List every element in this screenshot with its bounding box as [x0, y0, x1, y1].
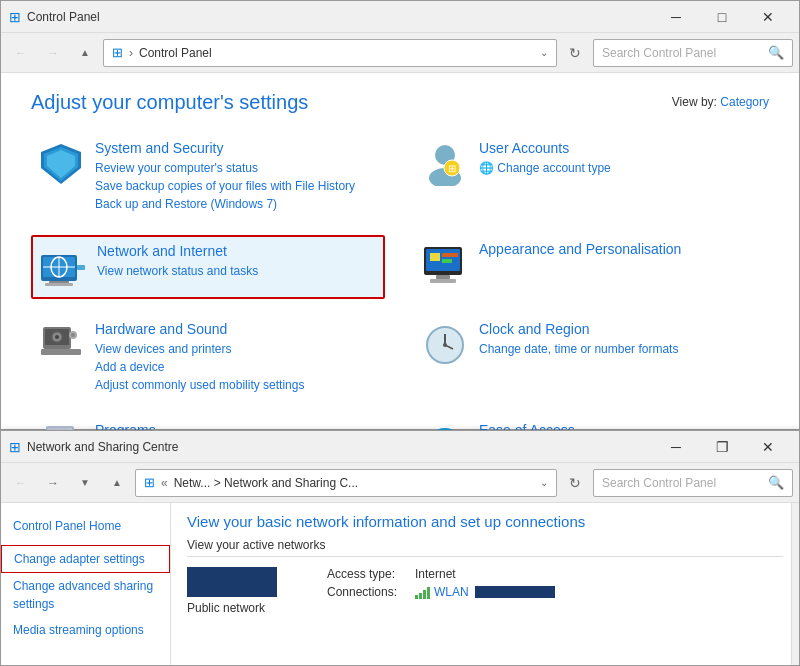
user-accounts-info: User Accounts 🌐 Change account type — [479, 140, 763, 177]
sidebar-media-streaming[interactable]: Media streaming options — [1, 617, 170, 643]
category-user-accounts[interactable]: ⊞ User Accounts 🌐 Change account type — [415, 134, 769, 219]
svg-point-32 — [443, 343, 447, 347]
svg-rect-13 — [45, 283, 73, 286]
network-internet-link1[interactable]: View network status and tasks — [97, 262, 377, 280]
forward-button[interactable]: → — [39, 39, 67, 67]
network-heading: View your basic network information and … — [187, 513, 783, 530]
signal-bar-1 — [415, 595, 418, 599]
network-sharing-window: ⊞ Network and Sharing Centre ─ ❐ ✕ ← → ▼… — [0, 430, 800, 666]
sidebar: Control Panel Home Change adapter settin… — [1, 503, 171, 665]
category-clock-region[interactable]: Clock and Region Change date, time or nu… — [415, 315, 769, 400]
network-internet-title[interactable]: Network and Internet — [97, 243, 377, 259]
clock-region-title[interactable]: Clock and Region — [479, 321, 763, 337]
signal-bar-4 — [427, 587, 430, 599]
network-window-icon: ⊞ — [9, 439, 21, 455]
window-controls: ─ □ ✕ — [653, 1, 791, 33]
sidebar-change-advanced[interactable]: Change advanced sharing settings — [1, 573, 170, 617]
svg-point-28 — [71, 333, 75, 337]
view-by-link[interactable]: Category — [720, 95, 769, 109]
system-security-info: System and Security Review your computer… — [95, 140, 379, 213]
network-search-box[interactable]: Search Control Panel 🔍 — [593, 469, 793, 497]
category-network-internet[interactable]: Network and Internet View network status… — [31, 235, 385, 299]
network-main-content: View your basic network information and … — [171, 503, 799, 665]
hardware-sound-link1[interactable]: View devices and printers — [95, 340, 379, 358]
search-icon: 🔍 — [768, 45, 784, 60]
system-security-link2[interactable]: Save backup copies of your files with Fi… — [95, 177, 379, 195]
network-refresh-button[interactable]: ↻ — [561, 469, 589, 497]
access-type-label: Access type: — [327, 567, 407, 581]
window-icon: ⊞ — [9, 9, 21, 25]
refresh-button[interactable]: ↻ — [561, 39, 589, 67]
search-box[interactable]: Search Control Panel 🔍 — [593, 39, 793, 67]
user-accounts-link1[interactable]: 🌐 Change account type — [479, 159, 763, 177]
system-security-icon — [37, 140, 85, 188]
network-address-text: Netw... > Network and Sharing C... — [174, 476, 534, 490]
system-security-link3[interactable]: Back up and Restore (Windows 7) — [95, 195, 379, 213]
network-close-button[interactable]: ✕ — [745, 431, 791, 463]
view-by: View by: Category — [672, 95, 769, 109]
network-internet-icon — [39, 243, 87, 291]
network-up-button[interactable]: ▲ — [103, 469, 131, 497]
category-appearance[interactable]: Appearance and Personalisation — [415, 235, 769, 299]
system-security-link1[interactable]: Review your computer's status — [95, 159, 379, 177]
view-by-label: View by: — [672, 95, 717, 109]
signal-bar-2 — [419, 593, 422, 599]
category-hardware-sound[interactable]: Hardware and Sound View devices and prin… — [31, 315, 385, 400]
clock-region-icon — [421, 321, 469, 369]
network-internet-info: Network and Internet View network status… — [97, 243, 377, 280]
network-address-icon: ⊞ — [144, 475, 155, 490]
network-title-bar: ⊞ Network and Sharing Centre ─ ❐ ✕ — [1, 431, 799, 463]
search-placeholder: Search Control Panel — [602, 46, 768, 60]
address-field[interactable]: ⊞ › Control Panel ⌄ — [103, 39, 557, 67]
access-type-value: Internet — [415, 567, 456, 581]
network-window-title: Network and Sharing Centre — [27, 440, 647, 454]
scrollbar[interactable] — [791, 503, 799, 665]
category-system-security[interactable]: System and Security Review your computer… — [31, 134, 385, 219]
appearance-title[interactable]: Appearance and Personalisation — [479, 241, 763, 257]
access-block: Access type: Internet Connections: — [327, 567, 783, 603]
close-button[interactable]: ✕ — [745, 1, 791, 33]
page-heading: Adjust your computer's settings — [31, 91, 769, 114]
system-security-title[interactable]: System and Security — [95, 140, 379, 156]
public-network-block: Public network — [187, 567, 307, 615]
hardware-sound-info: Hardware and Sound View devices and prin… — [95, 321, 379, 394]
network-info-row: Public network Access type: Internet Con… — [187, 567, 783, 615]
svg-rect-19 — [442, 259, 452, 263]
svg-rect-18 — [442, 253, 458, 257]
sidebar-home-link[interactable]: Control Panel Home — [1, 513, 170, 539]
wlan-suffix-bar — [475, 586, 555, 598]
svg-rect-20 — [436, 275, 450, 279]
network-window-controls: ─ ❐ ✕ — [653, 431, 791, 463]
hardware-sound-link3[interactable]: Adjust commonly used mobility settings — [95, 376, 379, 394]
maximize-button[interactable]: □ — [699, 1, 745, 33]
connections-label: Connections: — [327, 585, 407, 599]
svg-rect-26 — [41, 349, 81, 355]
user-accounts-title[interactable]: User Accounts — [479, 140, 763, 156]
svg-rect-21 — [430, 279, 456, 283]
control-panel-window: ⊞ Control Panel ─ □ ✕ ← → ▲ ⊞ › Control … — [0, 0, 800, 430]
connections-row: Connections: WLAN — [327, 585, 783, 599]
network-restore-button[interactable]: ❐ — [699, 431, 745, 463]
signal-bars-icon — [415, 585, 430, 599]
address-icon: ⊞ — [112, 45, 123, 60]
network-icon-box — [187, 567, 277, 597]
network-down-button[interactable]: ▼ — [71, 469, 99, 497]
network-forward-button[interactable]: → — [39, 469, 67, 497]
network-search-icon: 🔍 — [768, 475, 784, 490]
user-accounts-icon: ⊞ — [421, 140, 469, 188]
svg-rect-14 — [77, 265, 85, 270]
appearance-icon — [421, 241, 469, 289]
sidebar-change-adapter[interactable]: Change adapter settings — [1, 545, 170, 573]
up-button[interactable]: ▲ — [71, 39, 99, 67]
minimize-button[interactable]: ─ — [653, 1, 699, 33]
address-chevron-icon: ⌄ — [540, 47, 548, 58]
hardware-sound-title[interactable]: Hardware and Sound — [95, 321, 379, 337]
back-button[interactable]: ← — [7, 39, 35, 67]
network-back-button[interactable]: ← — [7, 469, 35, 497]
wlan-link[interactable]: WLAN — [434, 585, 469, 599]
network-minimize-button[interactable]: ─ — [653, 431, 699, 463]
active-networks-label: View your active networks — [187, 538, 783, 557]
hardware-sound-link2[interactable]: Add a device — [95, 358, 379, 376]
clock-region-link1[interactable]: Change date, time or number formats — [479, 340, 763, 358]
network-address-field[interactable]: ⊞ « Netw... > Network and Sharing C... ⌄ — [135, 469, 557, 497]
